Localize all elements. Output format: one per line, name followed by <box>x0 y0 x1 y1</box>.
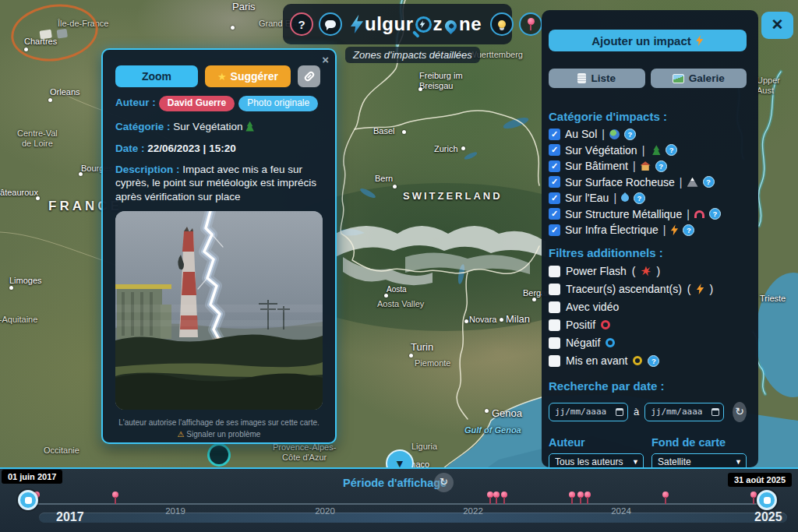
date-reset-button[interactable]: ↻ <box>733 402 747 422</box>
checkbox-checked[interactable]: ✓ <box>549 129 560 140</box>
author-chip[interactable]: David Guerre <box>159 96 235 111</box>
selected-impact-marker[interactable] <box>207 443 231 467</box>
impact-photo[interactable] <box>115 211 323 410</box>
map-label: Orleans <box>50 87 80 97</box>
map-label: Occitanie <box>44 446 79 456</box>
help-badge[interactable]: ? <box>655 160 667 172</box>
additional-filter-row: Positif <box>549 316 747 334</box>
checkbox-checked[interactable]: ✓ <box>549 160 560 172</box>
separator: | <box>602 128 605 140</box>
logo-lightning-f-icon <box>351 15 363 33</box>
suggest-button[interactable]: ★Suggérer <box>205 65 291 87</box>
checkbox-unchecked[interactable] <box>549 284 560 295</box>
map-city-dot <box>393 185 397 188</box>
help-badge[interactable]: ? <box>634 192 645 204</box>
basemap-title: Fond de carte <box>651 436 747 449</box>
add-impact-button[interactable]: Ajouter un impact <box>549 30 747 51</box>
checkbox-checked[interactable]: ✓ <box>549 192 560 204</box>
checkbox-unchecked[interactable] <box>549 319 560 331</box>
filter-label: Avec vidéo <box>566 301 619 313</box>
list-button[interactable]: Liste <box>549 69 645 88</box>
map-label: Novara <box>469 315 496 325</box>
categories-title: Catégorie d'impacts : <box>549 110 747 123</box>
popup-close-button[interactable]: × <box>322 53 329 66</box>
timeline-handle-start[interactable] <box>18 490 38 510</box>
map-city-dot <box>402 130 406 134</box>
lightbulb-icon <box>498 20 506 28</box>
date-to-field <box>644 403 724 421</box>
help-badge[interactable]: ? <box>666 144 677 156</box>
help-badge[interactable]: ? <box>709 208 721 220</box>
map-city-dot <box>9 286 13 290</box>
filter-label: Positif <box>566 319 595 331</box>
map-city-dot <box>461 146 465 150</box>
annotation-thumbnail <box>39 30 51 40</box>
calendar-icon[interactable] <box>616 408 623 416</box>
checkbox-unchecked[interactable] <box>549 301 560 313</box>
tree-icon <box>245 122 255 132</box>
house-icon <box>641 161 651 171</box>
checkbox-unchecked[interactable] <box>549 337 560 349</box>
sidebar-close-button[interactable]: ✕ <box>761 12 793 39</box>
map-label: Upper Aust <box>757 76 798 95</box>
copy-link-button[interactable] <box>298 65 320 87</box>
filter-label: Power Flash <box>566 265 627 277</box>
map-label: Aosta Valley <box>377 299 424 309</box>
gallery-icon <box>673 74 684 83</box>
timeline-handle-end[interactable] <box>757 490 777 510</box>
checkbox-checked[interactable]: ✓ <box>549 224 560 236</box>
map-city-dot <box>464 319 468 323</box>
gallery-button[interactable]: Galerie <box>651 69 747 88</box>
help-button[interactable]: ? <box>290 12 313 36</box>
filters-title: Filtres additionnels : <box>549 246 747 259</box>
top-toolbar: ? ulgur z ne <box>283 4 512 44</box>
report-problem-link[interactable]: ⚠ Signaler un problème <box>115 428 323 440</box>
timeline-title: Période d'affichage <box>343 477 447 489</box>
timeline-range-band[interactable] <box>39 513 787 523</box>
map-label: Provence-Alpes- Côte d'Azur <box>273 442 336 462</box>
pins-button[interactable] <box>519 12 542 36</box>
checkbox-checked[interactable]: ✓ <box>549 176 560 188</box>
checkbox-unchecked[interactable] <box>549 266 560 277</box>
zoom-button[interactable]: Zoom <box>115 65 198 87</box>
logo-text: z <box>433 15 443 33</box>
photo-license-note: L'auteur autorise l'affichage de ses ima… <box>115 417 323 428</box>
photo-original-chip[interactable]: Photo originale <box>238 96 318 111</box>
paren: ) <box>710 283 714 295</box>
tree-icon <box>651 145 661 155</box>
category-label: Sur Bâtiment <box>565 160 628 172</box>
help-badge[interactable]: ? <box>624 129 636 140</box>
mtn-icon <box>687 178 698 187</box>
map-city-dot <box>384 294 388 298</box>
app-screen: ParisÎle-de-FranceChartresOrleansCentre-… <box>0 0 798 532</box>
timeline-year-tick: 2024 <box>611 506 631 516</box>
category-filter-row: ✓Sur Surface Rocheuse|? <box>549 174 747 191</box>
map-label: Milan <box>506 314 530 326</box>
additional-filter-row: Traceur(s) ascendant(s)() <box>549 280 747 298</box>
checkbox-unchecked[interactable] <box>549 355 560 367</box>
map-label: Basel <box>373 126 395 136</box>
logo-text: ne <box>459 15 482 33</box>
map-label: Zurich <box>434 144 458 154</box>
checkbox-checked[interactable]: ✓ <box>549 208 560 220</box>
chat-button[interactable] <box>319 12 342 36</box>
date-from-field <box>549 403 628 421</box>
tips-button[interactable] <box>490 12 514 36</box>
timeline-track[interactable] <box>30 503 768 505</box>
lightning-icon <box>696 35 704 46</box>
help-badge[interactable]: ? <box>703 176 715 188</box>
date-label: Date : <box>115 143 145 154</box>
timeline-end-tooltip: 31 août 2025 <box>728 473 792 487</box>
help-badge[interactable]: ? <box>683 224 694 236</box>
checkbox-checked[interactable]: ✓ <box>549 144 560 156</box>
map-city-dot <box>409 354 413 358</box>
separator: | <box>680 176 683 188</box>
calendar-icon[interactable] <box>711 408 719 416</box>
timeline-bar: 01 juin 2017 31 août 2025 Période d'affi… <box>0 467 798 532</box>
timeline-reset-button[interactable]: ↻ <box>434 473 454 492</box>
category-label: Sur Végétation <box>565 144 637 157</box>
map-pin-icon <box>528 18 535 30</box>
map-city-dot <box>500 318 503 322</box>
help-badge[interactable]: ? <box>648 355 659 367</box>
separator: | <box>613 192 616 204</box>
